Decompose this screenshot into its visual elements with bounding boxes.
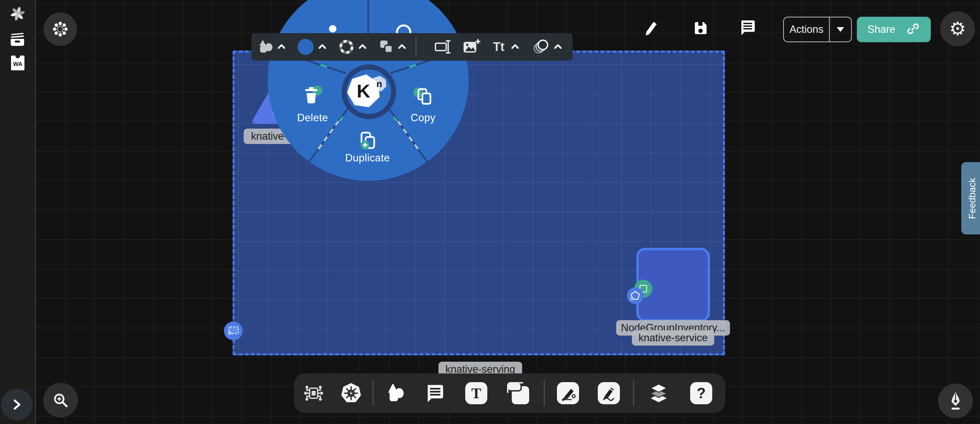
- share-label: Share: [867, 24, 895, 35]
- image-add-icon[interactable]: [463, 38, 481, 55]
- flower-network-icon[interactable]: [43, 13, 77, 46]
- radial-item-duplicate[interactable]: Duplicate: [345, 152, 390, 164]
- person-icon: [329, 25, 336, 32]
- toolbar-divider: [633, 381, 634, 406]
- sticky-note-icon[interactable]: [507, 382, 529, 404]
- chevron-up-icon[interactable]: [511, 43, 519, 51]
- pen-nib-icon: [947, 392, 964, 410]
- fill-color-swatch[interactable]: [298, 39, 313, 55]
- app-window: knative-s NodeGroupInventory... knative-…: [0, 0, 980, 424]
- chevron-up-icon[interactable]: [398, 43, 406, 51]
- circuit-icon[interactable]: [303, 383, 324, 403]
- layers-icon[interactable]: [648, 383, 669, 403]
- rename-field-icon[interactable]: [434, 39, 453, 55]
- logo-letter-K: K: [357, 80, 370, 102]
- left-sidebar: WA: [0, 0, 36, 424]
- pen-nib-button[interactable]: [938, 384, 973, 418]
- radial-item-delete[interactable]: Delete: [297, 112, 328, 124]
- shapes-icon[interactable]: [386, 384, 405, 403]
- chevron-up-icon[interactable]: [277, 43, 286, 51]
- feedback-tab[interactable]: Feedback: [961, 162, 980, 234]
- duplicate-icon[interactable]: [357, 131, 378, 153]
- settings-button[interactable]: ⚙: [940, 11, 975, 46]
- opacity-circles-icon[interactable]: [532, 38, 550, 55]
- pentagon-badge-icon: [627, 287, 644, 304]
- toolbar-divider: [544, 381, 545, 406]
- pencil-draw-icon[interactable]: [598, 382, 620, 404]
- overlapping-squares-icon[interactable]: [379, 39, 394, 54]
- dashed-ring-icon[interactable]: [338, 38, 355, 55]
- save-icon[interactable]: [692, 20, 708, 38]
- radial-item-copy[interactable]: Copy: [410, 112, 436, 124]
- archive-icon[interactable]: [10, 32, 25, 47]
- shapes-icon[interactable]: [258, 39, 275, 54]
- pen-line-icon[interactable]: [557, 382, 579, 404]
- comment-icon[interactable]: [739, 19, 756, 37]
- bottom-toolbar: T: [294, 373, 725, 413]
- share-button[interactable]: Share: [857, 17, 931, 42]
- chevron-up-icon[interactable]: [358, 43, 367, 51]
- actions-label: Actions: [784, 24, 829, 35]
- pinwheel-logo-icon[interactable]: [10, 6, 25, 21]
- chevron-up-icon[interactable]: [554, 43, 562, 51]
- kubernetes-icon[interactable]: [341, 383, 361, 403]
- toolbar-divider: [373, 381, 374, 406]
- trash-icon[interactable]: [302, 86, 323, 107]
- link-icon: [906, 22, 920, 37]
- toolbar-divider: [416, 37, 417, 57]
- gear-icon: ⚙: [949, 19, 966, 38]
- comment-icon[interactable]: [425, 384, 444, 403]
- zoom-in-icon: [52, 392, 69, 409]
- chevron-up-icon[interactable]: [318, 43, 327, 51]
- webassembly-icon[interactable]: WA: [11, 56, 24, 70]
- feedback-label: Feedback: [967, 178, 978, 219]
- logo-letter-n: n: [376, 79, 382, 89]
- actions-button[interactable]: Actions: [783, 17, 852, 42]
- question-icon[interactable]: ?: [690, 382, 712, 404]
- style-toolbar: Tt: [251, 33, 573, 61]
- actions-dropdown-caret[interactable]: [830, 27, 851, 32]
- text-size-icon[interactable]: Tt: [493, 40, 504, 54]
- copy-icon[interactable]: [412, 86, 435, 109]
- text-icon[interactable]: T: [465, 382, 487, 404]
- chevron-right-icon: [11, 398, 23, 411]
- zoom-in-button[interactable]: [43, 383, 78, 418]
- expand-sidebar-button[interactable]: [1, 389, 32, 420]
- selection-badge-icon[interactable]: [224, 322, 243, 340]
- node-label-knative-service: knative-service: [632, 330, 714, 346]
- pencil-icon[interactable]: [643, 20, 659, 38]
